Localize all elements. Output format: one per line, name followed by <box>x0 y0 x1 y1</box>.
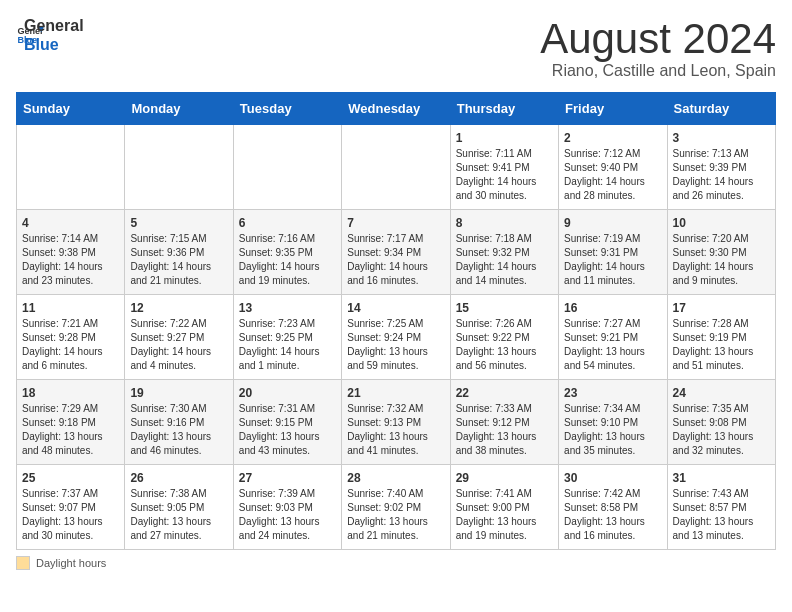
calendar-day-header: Monday <box>125 93 233 125</box>
day-number: 23 <box>564 386 661 400</box>
day-info: Sunrise: 7:26 AMSunset: 9:22 PMDaylight:… <box>456 318 537 371</box>
calendar-header-row: SundayMondayTuesdayWednesdayThursdayFrid… <box>17 93 776 125</box>
title-area: August 2024 Riano, Castille and Leon, Sp… <box>540 16 776 80</box>
day-info: Sunrise: 7:39 AMSunset: 9:03 PMDaylight:… <box>239 488 320 541</box>
day-info: Sunrise: 7:30 AMSunset: 9:16 PMDaylight:… <box>130 403 211 456</box>
day-info: Sunrise: 7:34 AMSunset: 9:10 PMDaylight:… <box>564 403 645 456</box>
calendar-day-cell: 23 Sunrise: 7:34 AMSunset: 9:10 PMDaylig… <box>559 380 667 465</box>
calendar-day-cell: 22 Sunrise: 7:33 AMSunset: 9:12 PMDaylig… <box>450 380 558 465</box>
day-info: Sunrise: 7:15 AMSunset: 9:36 PMDaylight:… <box>130 233 211 286</box>
daylight-label: Daylight hours <box>36 557 106 569</box>
day-number: 26 <box>130 471 227 485</box>
day-number: 25 <box>22 471 119 485</box>
page-header: General Blue General Blue August 2024 Ri… <box>16 16 776 80</box>
day-info: Sunrise: 7:16 AMSunset: 9:35 PMDaylight:… <box>239 233 320 286</box>
day-info: Sunrise: 7:27 AMSunset: 9:21 PMDaylight:… <box>564 318 645 371</box>
calendar-day-cell: 16 Sunrise: 7:27 AMSunset: 9:21 PMDaylig… <box>559 295 667 380</box>
calendar-day-cell <box>17 125 125 210</box>
day-number: 16 <box>564 301 661 315</box>
day-info: Sunrise: 7:14 AMSunset: 9:38 PMDaylight:… <box>22 233 103 286</box>
day-info: Sunrise: 7:19 AMSunset: 9:31 PMDaylight:… <box>564 233 645 286</box>
calendar-day-cell: 6 Sunrise: 7:16 AMSunset: 9:35 PMDayligh… <box>233 210 341 295</box>
calendar-day-cell: 24 Sunrise: 7:35 AMSunset: 9:08 PMDaylig… <box>667 380 775 465</box>
calendar-week-row: 25 Sunrise: 7:37 AMSunset: 9:07 PMDaylig… <box>17 465 776 550</box>
calendar-day-cell: 31 Sunrise: 7:43 AMSunset: 8:57 PMDaylig… <box>667 465 775 550</box>
calendar-day-cell: 30 Sunrise: 7:42 AMSunset: 8:58 PMDaylig… <box>559 465 667 550</box>
day-number: 8 <box>456 216 553 230</box>
day-info: Sunrise: 7:20 AMSunset: 9:30 PMDaylight:… <box>673 233 754 286</box>
calendar-day-cell <box>342 125 450 210</box>
calendar-day-cell: 15 Sunrise: 7:26 AMSunset: 9:22 PMDaylig… <box>450 295 558 380</box>
day-info: Sunrise: 7:35 AMSunset: 9:08 PMDaylight:… <box>673 403 754 456</box>
day-info: Sunrise: 7:13 AMSunset: 9:39 PMDaylight:… <box>673 148 754 201</box>
calendar-day-cell: 13 Sunrise: 7:23 AMSunset: 9:25 PMDaylig… <box>233 295 341 380</box>
calendar-day-header: Friday <box>559 93 667 125</box>
calendar-day-cell: 3 Sunrise: 7:13 AMSunset: 9:39 PMDayligh… <box>667 125 775 210</box>
logo-blue: Blue <box>24 35 84 54</box>
day-info: Sunrise: 7:43 AMSunset: 8:57 PMDaylight:… <box>673 488 754 541</box>
calendar-day-cell: 28 Sunrise: 7:40 AMSunset: 9:02 PMDaylig… <box>342 465 450 550</box>
day-info: Sunrise: 7:25 AMSunset: 9:24 PMDaylight:… <box>347 318 428 371</box>
calendar-day-cell: 19 Sunrise: 7:30 AMSunset: 9:16 PMDaylig… <box>125 380 233 465</box>
day-number: 7 <box>347 216 444 230</box>
calendar-day-cell: 29 Sunrise: 7:41 AMSunset: 9:00 PMDaylig… <box>450 465 558 550</box>
day-number: 12 <box>130 301 227 315</box>
day-info: Sunrise: 7:21 AMSunset: 9:28 PMDaylight:… <box>22 318 103 371</box>
page-title: August 2024 <box>540 16 776 62</box>
day-number: 17 <box>673 301 770 315</box>
day-info: Sunrise: 7:12 AMSunset: 9:40 PMDaylight:… <box>564 148 645 201</box>
day-info: Sunrise: 7:38 AMSunset: 9:05 PMDaylight:… <box>130 488 211 541</box>
day-number: 27 <box>239 471 336 485</box>
calendar-week-row: 1 Sunrise: 7:11 AMSunset: 9:41 PMDayligh… <box>17 125 776 210</box>
day-number: 19 <box>130 386 227 400</box>
calendar-day-cell: 25 Sunrise: 7:37 AMSunset: 9:07 PMDaylig… <box>17 465 125 550</box>
calendar-day-cell: 4 Sunrise: 7:14 AMSunset: 9:38 PMDayligh… <box>17 210 125 295</box>
day-number: 2 <box>564 131 661 145</box>
calendar-day-cell: 7 Sunrise: 7:17 AMSunset: 9:34 PMDayligh… <box>342 210 450 295</box>
day-number: 9 <box>564 216 661 230</box>
day-number: 20 <box>239 386 336 400</box>
day-number: 6 <box>239 216 336 230</box>
day-info: Sunrise: 7:28 AMSunset: 9:19 PMDaylight:… <box>673 318 754 371</box>
day-info: Sunrise: 7:17 AMSunset: 9:34 PMDaylight:… <box>347 233 428 286</box>
day-info: Sunrise: 7:37 AMSunset: 9:07 PMDaylight:… <box>22 488 103 541</box>
day-info: Sunrise: 7:23 AMSunset: 9:25 PMDaylight:… <box>239 318 320 371</box>
calendar-day-header: Sunday <box>17 93 125 125</box>
calendar-day-cell: 20 Sunrise: 7:31 AMSunset: 9:15 PMDaylig… <box>233 380 341 465</box>
calendar-day-header: Wednesday <box>342 93 450 125</box>
day-info: Sunrise: 7:18 AMSunset: 9:32 PMDaylight:… <box>456 233 537 286</box>
day-number: 13 <box>239 301 336 315</box>
calendar-day-cell: 8 Sunrise: 7:18 AMSunset: 9:32 PMDayligh… <box>450 210 558 295</box>
calendar-table: SundayMondayTuesdayWednesdayThursdayFrid… <box>16 92 776 550</box>
calendar-day-cell: 2 Sunrise: 7:12 AMSunset: 9:40 PMDayligh… <box>559 125 667 210</box>
calendar-day-cell: 21 Sunrise: 7:32 AMSunset: 9:13 PMDaylig… <box>342 380 450 465</box>
calendar-day-cell: 14 Sunrise: 7:25 AMSunset: 9:24 PMDaylig… <box>342 295 450 380</box>
calendar-day-cell: 1 Sunrise: 7:11 AMSunset: 9:41 PMDayligh… <box>450 125 558 210</box>
calendar-day-header: Tuesday <box>233 93 341 125</box>
calendar-day-cell: 5 Sunrise: 7:15 AMSunset: 9:36 PMDayligh… <box>125 210 233 295</box>
day-number: 28 <box>347 471 444 485</box>
calendar-day-cell <box>125 125 233 210</box>
logo: General Blue General Blue <box>16 16 84 54</box>
day-number: 1 <box>456 131 553 145</box>
day-number: 21 <box>347 386 444 400</box>
daylight-box-icon <box>16 556 30 570</box>
calendar-day-cell: 10 Sunrise: 7:20 AMSunset: 9:30 PMDaylig… <box>667 210 775 295</box>
day-number: 22 <box>456 386 553 400</box>
calendar-day-cell: 26 Sunrise: 7:38 AMSunset: 9:05 PMDaylig… <box>125 465 233 550</box>
day-number: 3 <box>673 131 770 145</box>
day-info: Sunrise: 7:42 AMSunset: 8:58 PMDaylight:… <box>564 488 645 541</box>
calendar-day-cell: 9 Sunrise: 7:19 AMSunset: 9:31 PMDayligh… <box>559 210 667 295</box>
logo-general: General <box>24 16 84 35</box>
day-number: 15 <box>456 301 553 315</box>
day-number: 24 <box>673 386 770 400</box>
day-info: Sunrise: 7:31 AMSunset: 9:15 PMDaylight:… <box>239 403 320 456</box>
day-number: 18 <box>22 386 119 400</box>
calendar-day-header: Thursday <box>450 93 558 125</box>
page-subtitle: Riano, Castille and Leon, Spain <box>540 62 776 80</box>
calendar-day-cell: 27 Sunrise: 7:39 AMSunset: 9:03 PMDaylig… <box>233 465 341 550</box>
day-number: 14 <box>347 301 444 315</box>
day-info: Sunrise: 7:11 AMSunset: 9:41 PMDaylight:… <box>456 148 537 201</box>
day-info: Sunrise: 7:32 AMSunset: 9:13 PMDaylight:… <box>347 403 428 456</box>
day-number: 11 <box>22 301 119 315</box>
